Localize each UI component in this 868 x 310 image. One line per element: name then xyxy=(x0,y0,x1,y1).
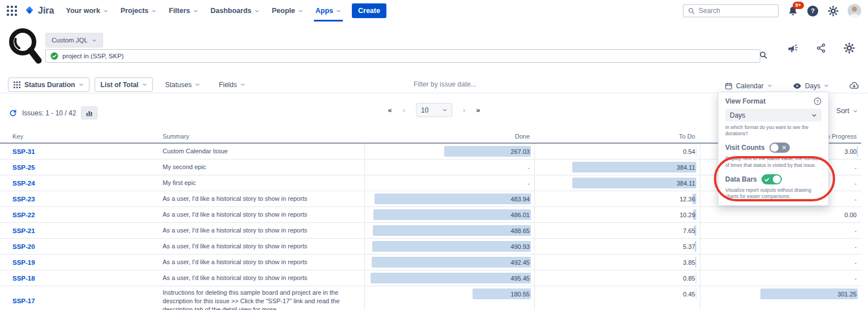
todo-cell: 384.11 xyxy=(534,160,700,175)
view-format-title: View Format xyxy=(725,97,765,105)
cell-value: - xyxy=(854,196,857,203)
column-header-key[interactable]: Key xyxy=(0,133,159,140)
create-button[interactable]: Create xyxy=(352,3,386,18)
cell-value: 0.00 xyxy=(845,212,857,218)
report-type-dropdown[interactable]: Status Duration xyxy=(8,78,90,92)
summary-cell: Instructions for deleting this sample bo… xyxy=(159,286,364,310)
view-format-select[interactable]: Days xyxy=(725,109,822,122)
announcement-button[interactable] xyxy=(787,43,799,54)
first-page-button[interactable]: « xyxy=(388,106,392,114)
nav-item-filters[interactable]: Filters xyxy=(163,0,205,21)
app-switcher-icon[interactable] xyxy=(7,6,17,16)
grid-icon xyxy=(14,81,20,88)
report-settings-button[interactable] xyxy=(843,42,856,54)
key-cell: SSP-21 xyxy=(0,223,159,238)
summary-text: As a user, I'd like a historical story t… xyxy=(163,195,307,203)
issue-key-link[interactable]: SSP-25 xyxy=(12,164,35,171)
cell-value: 12.36 xyxy=(679,196,695,203)
global-search-input[interactable]: Search xyxy=(683,4,779,18)
summary-cell: As a user, I'd like a historical story t… xyxy=(159,207,364,222)
sort-dropdown[interactable]: Sort xyxy=(836,107,858,115)
help-button[interactable]: ? xyxy=(807,5,819,17)
cell-value: - xyxy=(854,259,857,266)
chevron-down-icon xyxy=(853,109,858,114)
todo-cell: 0.45 xyxy=(534,286,700,310)
cell-value: - xyxy=(527,164,530,171)
notifications-button[interactable]: 9+ xyxy=(788,5,798,17)
visit-counts-toggle[interactable] xyxy=(769,143,790,153)
done-cell: - xyxy=(364,160,534,175)
issue-key-link[interactable]: SSP-17 xyxy=(12,298,35,304)
summary-cell: As a user, I'd like a historical story t… xyxy=(159,270,364,286)
issue-key-link[interactable]: SSP-24 xyxy=(12,180,35,187)
issue-key-link[interactable]: SSP-23 xyxy=(12,196,35,203)
statuses-dropdown[interactable]: Statuses xyxy=(158,77,207,92)
issue-key-link[interactable]: SSP-18 xyxy=(12,275,35,282)
nav-item-apps[interactable]: Apps xyxy=(309,0,347,21)
fields-label: Fields xyxy=(219,81,237,89)
nav-item-people[interactable]: People xyxy=(266,0,309,21)
summary-text: As a user, I'd like a historical story t… xyxy=(163,242,307,251)
issue-key-link[interactable]: SSP-20 xyxy=(12,243,35,250)
chevron-down-icon xyxy=(92,38,97,43)
chart-view-button[interactable] xyxy=(81,106,97,119)
nav-item-projects[interactable]: Projects xyxy=(114,0,163,21)
column-header-todo[interactable]: To Do xyxy=(534,133,700,140)
fields-dropdown[interactable]: Fields xyxy=(212,77,252,92)
help-outline-icon[interactable]: ? xyxy=(814,97,822,105)
jira-logo[interactable]: Jira xyxy=(24,5,54,17)
data-bar xyxy=(371,273,531,283)
column-header-done[interactable]: Done xyxy=(364,133,534,140)
jql-mode-dropdown[interactable]: Custom JQL xyxy=(45,33,103,48)
eye-icon xyxy=(793,83,802,89)
sort-label: Sort xyxy=(836,107,849,115)
summary-text: As a user, I'd like a historical story t… xyxy=(163,210,307,219)
data-bar xyxy=(375,193,531,204)
share-button[interactable] xyxy=(816,43,826,53)
calendar-dropdown[interactable]: Calendar xyxy=(725,78,772,93)
date-filter-input[interactable]: Filter by issue date... xyxy=(414,80,476,88)
data-bars-toggle[interactable] xyxy=(761,174,782,184)
chevron-down-icon xyxy=(254,8,259,14)
data-bar xyxy=(373,225,531,236)
page-size-value: 10 xyxy=(421,106,428,114)
nav-item-dashboards[interactable]: Dashboards xyxy=(205,0,266,21)
jql-query-input[interactable]: project in (SSP, SKP) xyxy=(45,49,760,63)
key-cell: SSP-19 xyxy=(0,255,159,270)
jira-logo-text: Jira xyxy=(38,6,54,16)
jql-query-text: project in (SSP, SKP) xyxy=(62,53,124,59)
todo-cell: 5.37 xyxy=(534,239,700,254)
view-format-dropdown[interactable]: Days xyxy=(793,78,829,93)
issues-info-group: Issues: 1 - 10 / 42 xyxy=(9,106,97,119)
export-button[interactable] xyxy=(849,78,859,93)
issue-key-link[interactable]: SSP-31 xyxy=(12,148,35,155)
top-nav: Jira Your work Projects Filters Dashboar… xyxy=(0,0,868,21)
cell-value: 3.00 xyxy=(845,148,857,155)
issue-key-link[interactable]: SSP-22 xyxy=(12,212,35,218)
issue-key-link[interactable]: SSP-21 xyxy=(12,227,35,234)
next-page-button[interactable]: › xyxy=(463,106,465,114)
key-cell: SSP-18 xyxy=(0,270,159,286)
page-size-select[interactable]: 10 xyxy=(416,103,452,117)
summary-cell: As a user, I'd like a historical story t… xyxy=(159,255,364,270)
prev-page-button[interactable]: ‹ xyxy=(403,106,405,114)
run-query-button[interactable] xyxy=(759,51,768,59)
user-avatar[interactable] xyxy=(848,4,861,18)
refresh-button[interactable] xyxy=(9,109,17,117)
toggle-check-icon xyxy=(764,177,769,182)
issue-key-link[interactable]: SSP-19 xyxy=(12,259,35,266)
notification-count-badge: 9+ xyxy=(793,2,804,9)
in-progress-cell: - xyxy=(700,239,861,254)
cell-value: 492.45 xyxy=(510,259,530,266)
nav-item-your-work[interactable]: Your work xyxy=(59,0,114,21)
settings-button[interactable] xyxy=(827,5,839,17)
view-format-selected: Days xyxy=(730,111,745,119)
column-header-summary[interactable]: Summary xyxy=(159,133,364,140)
calendar-label: Calendar xyxy=(736,82,764,90)
data-bar xyxy=(695,257,696,268)
last-page-button[interactable]: » xyxy=(476,106,480,114)
chevron-down-icon xyxy=(193,8,198,14)
view-mode-dropdown[interactable]: List of Total xyxy=(95,78,153,92)
cell-value: 490.93 xyxy=(510,243,530,250)
chevron-down-icon xyxy=(151,8,156,14)
